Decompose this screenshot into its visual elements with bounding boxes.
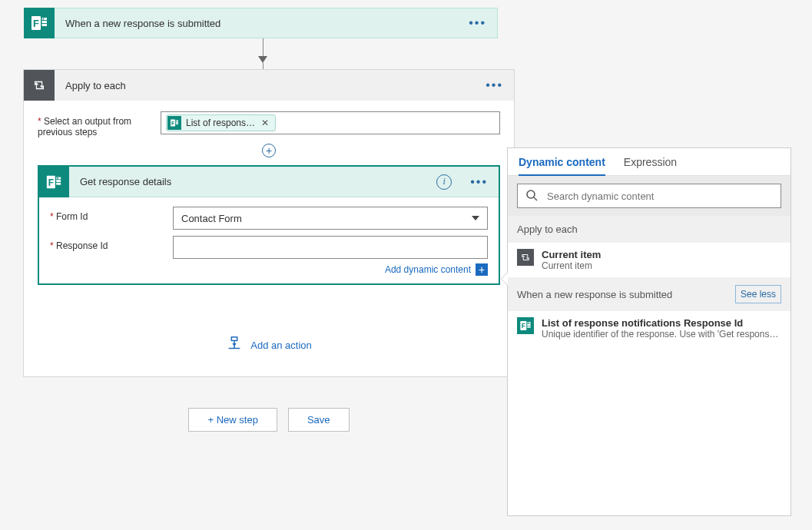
panel-beak xyxy=(502,273,508,285)
svg-marker-10 xyxy=(232,343,237,346)
ellipsis-icon[interactable]: ••• xyxy=(458,16,497,30)
insert-step-button[interactable]: + xyxy=(262,144,276,157)
loop-icon xyxy=(517,249,534,266)
svg-point-11 xyxy=(527,190,535,198)
apply-to-each-header[interactable]: Apply to each ••• xyxy=(24,70,514,101)
select-output-input[interactable]: List of respons… ✕ xyxy=(161,111,500,134)
new-step-button[interactable]: + New step xyxy=(188,408,277,432)
svg-line-12 xyxy=(534,197,537,200)
section-header-trigger: When a new response is submitted See les… xyxy=(508,277,790,311)
plus-icon[interactable]: + xyxy=(476,263,488,276)
add-action-button[interactable]: Add an action xyxy=(38,336,500,355)
ellipsis-icon[interactable]: ••• xyxy=(459,175,499,189)
form-id-label: Form Id xyxy=(50,207,157,222)
token-list-of-responses[interactable]: List of respons… ✕ xyxy=(166,114,276,131)
dynamic-content-search[interactable] xyxy=(517,184,781,208)
select-output-label: Select an output from previous steps xyxy=(38,111,145,137)
form-id-value: Contact Form xyxy=(181,213,242,224)
dynamic-content-panel: Dynamic content Expression Apply to each xyxy=(507,147,791,516)
tab-dynamic-content[interactable]: Dynamic content xyxy=(519,156,605,176)
chevron-down-icon xyxy=(472,216,479,220)
dynamic-item-response-id[interactable]: List of response notifications Response … xyxy=(508,311,790,346)
save-button[interactable]: Save xyxy=(288,408,350,432)
token-label: List of respons… xyxy=(186,118,255,128)
action-header[interactable]: Get response details i ••• xyxy=(39,167,499,197)
arrow-down-icon xyxy=(258,56,267,63)
apply-title: Apply to each xyxy=(65,80,475,91)
trigger-card[interactable]: When a new response is submitted ••• xyxy=(28,8,498,38)
loop-icon xyxy=(24,70,55,101)
dynamic-item-current-item[interactable]: Current item Current item xyxy=(508,243,790,277)
forms-icon xyxy=(517,317,534,334)
svg-rect-6 xyxy=(232,337,237,341)
ellipsis-icon[interactable]: ••• xyxy=(475,78,514,92)
flow-connector xyxy=(28,38,498,69)
forms-icon xyxy=(38,167,69,197)
add-action-label: Add an action xyxy=(250,340,312,351)
get-response-details-card: Get response details i ••• Form Id Conta… xyxy=(38,165,500,285)
search-icon xyxy=(525,189,538,204)
tab-expression[interactable]: Expression xyxy=(624,156,677,175)
add-action-icon xyxy=(226,336,243,355)
forms-icon xyxy=(167,116,181,130)
close-icon[interactable]: ✕ xyxy=(260,118,270,128)
trigger-title: When a new response is submitted xyxy=(65,18,458,29)
section-header-apply: Apply to each xyxy=(508,216,790,243)
add-dynamic-content-link[interactable]: Add dynamic content xyxy=(385,264,471,275)
see-less-button[interactable]: See less xyxy=(735,285,781,303)
response-id-label: Response Id xyxy=(50,236,157,251)
form-id-select[interactable]: Contact Form xyxy=(173,207,488,230)
info-icon[interactable]: i xyxy=(436,174,452,190)
action-title: Get response details xyxy=(80,176,436,187)
apply-to-each-card: Apply to each ••• Select an output from … xyxy=(23,69,515,377)
forms-icon xyxy=(24,8,55,38)
response-id-input[interactable] xyxy=(173,236,488,259)
search-input[interactable] xyxy=(545,190,773,203)
